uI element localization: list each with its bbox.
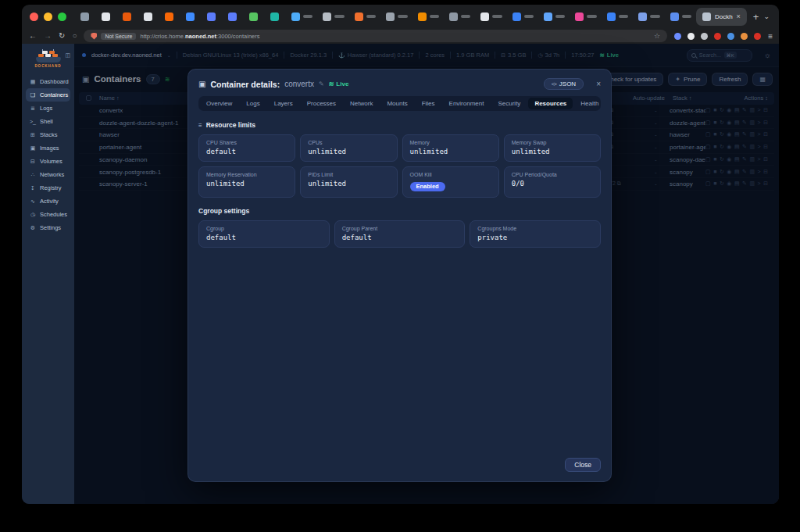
tab-title-placeholder <box>461 15 470 18</box>
browser-tab[interactable] <box>445 8 475 25</box>
detail-card: CPU Sharesdefault <box>198 134 295 162</box>
sidebar-item-stacks[interactable]: ⊞Stacks <box>26 128 70 141</box>
ship-logo-icon <box>36 49 61 62</box>
modal-body: ≡ Resource limits CPU SharesdefaultCPUsu… <box>188 111 611 248</box>
sidebar-collapse-icon[interactable]: ◫ <box>65 52 70 59</box>
browser-tab[interactable] <box>245 8 265 25</box>
app-logo: DOCKHAND <box>33 49 64 68</box>
tab-favicon <box>512 12 521 21</box>
modal-tab-overview[interactable]: Overview <box>200 98 238 109</box>
zoom-window-button[interactable] <box>58 12 66 21</box>
sidebar-item-volumes[interactable]: ⊟Volumes <box>26 155 70 168</box>
extension-icon[interactable] <box>714 33 721 40</box>
not-secure-shield-icon <box>91 33 97 40</box>
sidebar: ◫ DOCKHAND ▦Dashboard❏Containers≣Logs>_S… <box>22 44 74 504</box>
browser-tab[interactable] <box>97 8 117 25</box>
close-button[interactable]: Close <box>565 458 601 472</box>
modal-tab-resources[interactable]: Resources <box>528 98 573 109</box>
tab-title-placeholder <box>682 15 691 18</box>
close-tab-icon[interactable]: × <box>737 13 741 20</box>
tab-favicon <box>291 12 300 21</box>
extension-icon[interactable] <box>727 33 734 40</box>
sidebar-item-label: Activity <box>40 198 59 205</box>
browser-tab[interactable] <box>202 8 223 25</box>
minimize-window-button[interactable] <box>44 12 52 21</box>
sidebar-item-logs[interactable]: ≣Logs <box>26 102 70 115</box>
detail-card-label: Memory <box>410 140 491 145</box>
sidebar-item-schedules[interactable]: ◷Schedules <box>26 208 70 221</box>
modal-tab-security[interactable]: Security <box>491 98 527 109</box>
modal-tab-network[interactable]: Network <box>344 98 379 109</box>
not-secure-badge[interactable]: Not Secure <box>101 33 136 40</box>
modal-tab-layers[interactable]: Layers <box>268 98 299 109</box>
browser-tab[interactable] <box>287 8 317 25</box>
browser-tab[interactable] <box>476 8 506 25</box>
json-button[interactable]: <> JSON <box>544 78 584 90</box>
detail-card-value: unlimited <box>308 148 389 155</box>
modal-tab-environment[interactable]: Environment <box>443 98 491 109</box>
detail-card-value: default <box>206 234 322 241</box>
sidebar-item-networks[interactable]: ∴Networks <box>26 168 70 181</box>
browser-tab[interactable] <box>570 8 601 25</box>
resource-limits-heading: ≡ Resource limits <box>198 121 601 129</box>
detail-card: Cgroupns Modeprivate <box>470 220 601 248</box>
active-browser-tab[interactable]: Dockh × <box>696 8 747 26</box>
modal-tab-files[interactable]: Files <box>416 98 441 109</box>
modal-tab-processes[interactable]: Processes <box>301 98 342 109</box>
sidebar-item-images[interactable]: ▣Images <box>26 141 70 155</box>
back-icon[interactable]: ← <box>29 32 37 40</box>
sidebar-item-shell[interactable]: >_Shell <box>26 115 70 128</box>
browser-tab[interactable] <box>508 8 538 25</box>
detail-card: Memory Reservationunlimited <box>198 166 295 198</box>
browser-tab[interactable] <box>139 8 159 25</box>
browser-tab[interactable] <box>266 8 286 25</box>
browser-window: Dockh × + ⌄ ← → ↻ ○ Not Secure http://cr… <box>22 5 779 504</box>
modal-tab-health[interactable]: Health <box>574 98 605 109</box>
rename-icon[interactable]: ✎ <box>319 80 324 87</box>
networks-icon: ∴ <box>30 172 36 178</box>
modal-tab-logs[interactable]: Logs <box>240 98 266 109</box>
extension-icon[interactable] <box>674 33 681 40</box>
detail-card-label: Cgroup Parent <box>342 226 458 231</box>
detail-card: Cgroup Parentdefault <box>334 220 466 248</box>
browser-tab[interactable] <box>539 8 570 25</box>
site-info-icon[interactable]: ○ <box>72 32 77 40</box>
browser-menu-icon[interactable]: ≡ <box>768 32 772 41</box>
sidebar-item-registry[interactable]: ↧Registry <box>26 181 70 195</box>
browser-tab[interactable] <box>160 8 180 25</box>
sidebar-item-containers[interactable]: ❏Containers <box>26 88 70 102</box>
browser-tab[interactable] <box>181 8 202 25</box>
sidebar-item-settings[interactable]: ⚙Settings <box>26 221 70 234</box>
tab-search-chevron-icon[interactable]: ⌄ <box>763 12 770 20</box>
new-tab-button[interactable]: + <box>753 11 759 23</box>
browser-tab[interactable] <box>118 8 138 25</box>
reload-icon[interactable]: ↻ <box>59 32 65 40</box>
detail-card-label: PIDs Limit <box>308 172 389 177</box>
address-bar[interactable]: Not Secure http://crios.home.naoned.net:… <box>84 30 667 42</box>
browser-tab[interactable] <box>413 8 444 25</box>
detail-card-label: Memory Reservation <box>206 172 288 177</box>
bookmark-star-icon[interactable]: ☆ <box>654 32 660 40</box>
sidebar-item-label: Shell <box>40 118 53 125</box>
browser-tab[interactable] <box>223 8 244 25</box>
browser-tab[interactable] <box>350 8 380 25</box>
close-window-button[interactable] <box>30 12 38 21</box>
browser-tab[interactable] <box>666 8 696 25</box>
modal-close-icon[interactable]: × <box>596 80 601 88</box>
sidebar-item-dashboard[interactable]: ▦Dashboard <box>26 75 70 88</box>
extension-icon[interactable] <box>754 33 761 40</box>
detail-card-value: private <box>477 234 593 241</box>
forward-icon[interactable]: → <box>44 32 52 40</box>
browser-tab[interactable] <box>318 8 348 25</box>
sidebar-item-label: Volumes <box>40 158 62 165</box>
tab-title-placeholder <box>334 15 344 18</box>
modal-tab-mounts[interactable]: Mounts <box>380 98 413 109</box>
browser-tab[interactable] <box>602 8 633 25</box>
extension-icon[interactable] <box>688 33 695 40</box>
sidebar-item-activity[interactable]: ∿Activity <box>26 195 70 208</box>
extension-icon[interactable] <box>741 33 748 40</box>
browser-tab[interactable] <box>634 8 664 25</box>
browser-tab[interactable] <box>381 8 412 25</box>
extension-icon[interactable] <box>701 33 708 40</box>
browser-tab[interactable] <box>76 8 96 25</box>
